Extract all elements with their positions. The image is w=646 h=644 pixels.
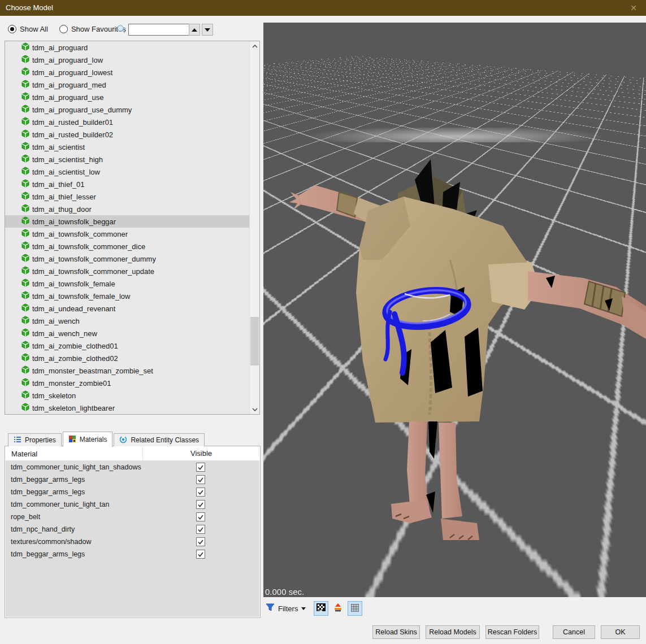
check-icon <box>198 515 203 520</box>
model-tree-item-tdm-ai-proguard-low[interactable]: tdm_ai_proguard_low <box>5 54 250 66</box>
model-tree-item-tdm-ai-townsfolk-beggar[interactable]: tdm_ai_townsfolk_beggar <box>5 215 250 228</box>
model-tree-item-tdm-ai-scientist-high[interactable]: tdm_ai_scientist_high <box>5 153 250 166</box>
tab-materials[interactable]: Materials <box>63 432 113 447</box>
model-cube-icon <box>21 167 29 177</box>
material-row[interactable]: tdm_commoner_tunic_light_tan_shadows <box>6 461 259 473</box>
filters-caret-icon[interactable] <box>301 607 306 610</box>
rescan-folders-button[interactable]: Rescan Folders <box>485 625 539 639</box>
model-tree-item-tdm-ai-wench[interactable]: tdm_ai_wench <box>5 315 250 327</box>
model-tree-item-tdm-ai-townsfolk-commoner[interactable]: tdm_ai_townsfolk_commoner <box>5 228 250 240</box>
model-tree-item-tdm-ai-proguard-use-dummy[interactable]: tdm_ai_proguard_use_dummy <box>5 103 250 116</box>
model-cube-icon <box>21 328 29 338</box>
tree-scrollbar[interactable] <box>249 41 259 414</box>
visible-checkbox[interactable] <box>196 537 205 546</box>
arrow-down-icon <box>205 28 210 32</box>
ok-button[interactable]: OK <box>601 625 640 639</box>
visible-checkbox[interactable] <box>196 500 205 509</box>
grid-icon <box>350 603 360 615</box>
model-tree-item-tdm-ai-townsfolk-commoner-dummy[interactable]: tdm_ai_townsfolk_commoner_dummy <box>5 253 250 265</box>
model-tree-item-tdm-skeleton-lightbearer[interactable]: tdm_skeleton_lightbearer <box>5 402 250 414</box>
search-input[interactable] <box>128 24 190 36</box>
close-icon[interactable]: ✕ <box>625 0 643 16</box>
visible-checkbox[interactable] <box>196 488 205 497</box>
visible-checkbox[interactable] <box>196 463 205 472</box>
texture-mode-toggle[interactable] <box>314 601 328 616</box>
model-tree-item-tdm-skeleton[interactable]: tdm_skeleton <box>5 389 250 402</box>
visible-checkbox[interactable] <box>196 475 205 484</box>
model-cube-icon <box>21 67 29 77</box>
model-tree-item-tdm-ai-thug-door[interactable]: tdm_ai_thug_door <box>5 203 250 215</box>
check-icon <box>198 539 203 545</box>
model-cube-icon <box>21 117 29 127</box>
visible-checkbox[interactable] <box>196 550 205 559</box>
model-cube-icon <box>21 266 29 276</box>
model-cube-icon <box>21 241 29 251</box>
model-tree-item-tdm-ai-townsfolk-commoner-update[interactable]: tdm_ai_townsfolk_commoner_update <box>5 265 250 277</box>
model-tree-item-tdm-ai-wench-new[interactable]: tdm_ai_wench_new <box>5 327 250 340</box>
viewport-toolbar: Filters <box>263 600 646 617</box>
model-tree-item-tdm-ai-townsfolk-commoner-dice[interactable]: tdm_ai_townsfolk_commoner_dice <box>5 240 250 253</box>
model-cube-icon <box>21 80 29 90</box>
model-name-label: tdm_ai_townsfolk_beggar <box>32 217 116 226</box>
material-row[interactable]: tdm_beggar_arms_legs <box>6 548 259 560</box>
model-tree-item-tdm-ai-scientist[interactable]: tdm_ai_scientist <box>5 141 250 153</box>
model-tree-item-tdm-ai-undead-revenant[interactable]: tdm_ai_undead_revenant <box>5 302 250 315</box>
check-icon <box>198 552 203 557</box>
show-all-radio[interactable] <box>8 25 16 33</box>
scroll-up-icon[interactable] <box>250 41 259 51</box>
material-row[interactable]: tdm_commoner_tunic_light_tan <box>6 498 259 511</box>
model-cube-icon <box>21 179 29 189</box>
model-tree-item-tdm-ai-proguard-med[interactable]: tdm_ai_proguard_med <box>5 79 250 91</box>
model-tree-item-tdm-ai-rusted-builder02[interactable]: tdm_ai_rusted_builder02 <box>5 128 250 141</box>
model-tree-item-tdm-ai-townsfolk-female[interactable]: tdm_ai_townsfolk_female <box>5 277 250 290</box>
tab-properties[interactable]: Properties <box>8 433 62 446</box>
material-row[interactable]: tdm_beggar_arms_legs <box>6 486 259 498</box>
model-tree-item-tdm-monster-zombie01[interactable]: tdm_monster_zombie01 <box>5 377 250 389</box>
titlebar: Choose Model ✕ <box>0 0 646 16</box>
model-tree-item-tdm-ai-zombie-clothed01[interactable]: tdm_ai_zombie_clothed01 <box>5 340 250 352</box>
scroll-thumb[interactable] <box>250 317 259 365</box>
lighting-mode-toggle[interactable] <box>331 601 345 616</box>
model-tree-item-tdm-ai-rusted-builder01[interactable]: tdm_ai_rusted_builder01 <box>5 116 250 128</box>
visible-checkbox[interactable] <box>196 525 205 534</box>
tab-related-entity-classes[interactable]: Related Entity Classes <box>114 433 205 446</box>
cancel-button[interactable]: Cancel <box>553 625 595 639</box>
properties-list-icon <box>14 436 21 445</box>
show-grid-toggle[interactable] <box>348 601 362 616</box>
model-tree-item-tdm-ai-thief-01[interactable]: tdm_ai_thief_01 <box>5 178 250 190</box>
model-name-label: tdm_ai_undead_revenant <box>32 304 115 313</box>
model-preview-viewport[interactable]: 0.000 sec. <box>263 23 646 597</box>
reload-models-button[interactable]: Reload Models <box>426 625 480 639</box>
model-tree-item-tdm-ai-proguard[interactable]: tdm_ai_proguard <box>5 41 250 54</box>
button-label: OK <box>615 628 625 636</box>
model-tree-item-tdm-ai-thief-lesser[interactable]: tdm_ai_thief_lesser <box>5 190 250 203</box>
model-tree-item-tdm-ai-proguard-lowest[interactable]: tdm_ai_proguard_lowest <box>5 66 250 79</box>
show-favourites-radio[interactable] <box>59 25 68 33</box>
search-next-button[interactable] <box>202 24 213 36</box>
model-name-label: tdm_ai_thug_door <box>32 205 92 214</box>
lamp-icon <box>333 603 343 615</box>
model-tree-item-tdm-ai-proguard-use[interactable]: tdm_ai_proguard_use <box>5 91 250 103</box>
visible-column-header: Visible <box>142 447 259 460</box>
visible-checkbox[interactable] <box>196 512 205 521</box>
material-row[interactable]: textures/common/shadow <box>6 536 259 548</box>
material-name: tdm_beggar_arms_legs <box>6 488 142 496</box>
model-cube-icon <box>21 403 29 413</box>
model-cube-icon <box>21 229 29 239</box>
model-tree-item-tdm-ai-townsfolk-female-low[interactable]: tdm_ai_townsfolk_female_low <box>5 290 250 302</box>
material-row[interactable]: tdm_npc_hand_dirty <box>6 523 259 536</box>
material-row[interactable]: rope_belt <box>6 511 259 523</box>
model-name-label: tdm_ai_townsfolk_female <box>32 280 115 288</box>
model-tree-item-tdm-ai-scientist-low[interactable]: tdm_ai_scientist_low <box>5 166 250 178</box>
model-cube-icon <box>21 55 29 65</box>
filters-menu-label[interactable]: Filters <box>278 604 298 613</box>
model-tree-item-tdm-ai-zombie-clothed02[interactable]: tdm_ai_zombie_clothed02 <box>5 352 250 364</box>
model-tree-item-tdm-monster-beastman-zombie-set[interactable]: tdm_monster_beastman_zombie_set <box>5 364 250 377</box>
search-prev-button[interactable] <box>189 24 200 36</box>
material-name: rope_belt <box>6 513 142 521</box>
reload-skins-button[interactable]: Reload Skins <box>372 625 420 639</box>
materials-panel: Material Visible tdm_commoner_tunic_ligh… <box>5 446 261 618</box>
model-name-label: tdm_ai_thief_01 <box>32 180 85 189</box>
material-row[interactable]: tdm_beggar_arms_legs <box>6 473 259 486</box>
scroll-down-icon[interactable] <box>250 404 259 414</box>
